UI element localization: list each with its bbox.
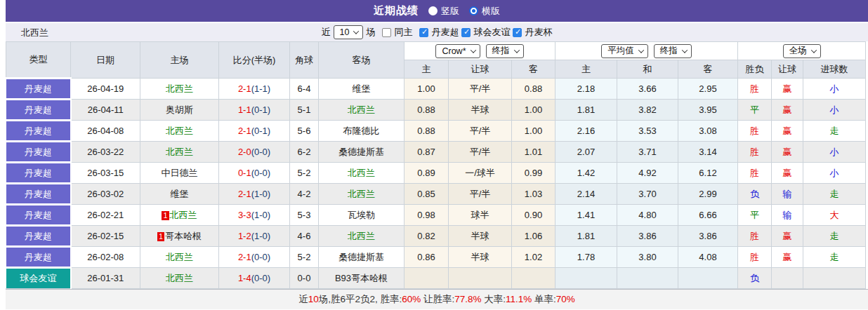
cell-competition: 丹麦超	[6, 226, 71, 247]
cell-eu-away-odds: 6.12	[678, 163, 738, 184]
filter-cup-checkbox[interactable]	[513, 28, 522, 37]
cell-goals-result: 走	[803, 226, 866, 247]
cell-goals-result: 走	[803, 184, 866, 205]
chevron-down-icon	[638, 47, 644, 53]
halftime-score: (1-0)	[251, 231, 270, 241]
cell-score: 1-2(1-0)	[219, 226, 290, 247]
cell-eu-draw-odds: 3.86	[617, 226, 678, 247]
table-row: 丹麦超26-02-151哥本哈根1-2(1-0)4-6北西兰0.82半球1.06…	[6, 226, 866, 247]
cell-eu-draw-odds: 3.80	[617, 247, 678, 268]
team-name-label: 北西兰	[21, 27, 48, 39]
halftime-score: (0-0)	[251, 147, 270, 157]
fulltime-score: 2-0	[238, 147, 251, 157]
cell-ah-home-odds: 0.98	[405, 205, 449, 226]
cell-ah-away-odds: 1.06	[512, 226, 555, 247]
halftime-score: (0-0)	[251, 273, 270, 283]
cell-eu-away-odds: 3.14	[678, 142, 738, 163]
cell-score: 3-3(1-0)	[219, 205, 290, 226]
cell-result: 胜	[738, 121, 772, 142]
filter-cup-label: 丹麦杯	[525, 26, 552, 39]
chevron-down-icon	[470, 47, 475, 53]
radio-selected-icon[interactable]	[469, 6, 478, 15]
cell-score: 2-1(0-1)	[219, 121, 290, 142]
cell-goals-result: 走	[803, 247, 866, 268]
col-header-ah-line: 让球	[449, 60, 512, 79]
layout-radio-vertical[interactable]: 竖版	[428, 5, 459, 18]
cell-away-team: 北西兰	[319, 226, 405, 247]
cell-eu-draw-odds: 3.71	[617, 142, 678, 163]
cell-result: 胜	[738, 79, 772, 100]
layout-radio-horizontal[interactable]: 横版	[469, 5, 500, 18]
cell-home-team: 1哥本哈根	[140, 226, 219, 247]
cell-ah-away-odds: 1.00	[512, 100, 555, 121]
results-table: 类型 日期 主场 比分(半场) 角球 客场 Crow* 终指 平均值 终指	[6, 41, 866, 289]
cell-ah-home-odds: 1.00	[405, 79, 449, 100]
filter-league-label: 丹麦超	[431, 26, 459, 39]
radio-vertical-label: 竖版	[441, 5, 459, 18]
table-row: 丹麦超26-02-08北西兰2-1(0-0)5-2桑德捷斯基0.86半球1.02…	[6, 247, 866, 268]
cell-goals-result: 走	[803, 121, 866, 142]
filter-league-checkbox[interactable]	[419, 28, 428, 37]
away-team-name: 北西兰	[348, 189, 375, 199]
recent-results-panel: 近期战绩 竖版 横版 北西兰 近 10 场 同主 丹麦超 球会友谊 丹麦杯	[6, 0, 868, 309]
cell-competition: 丹麦超	[6, 184, 71, 205]
radio-horizontal-label: 横版	[482, 5, 500, 18]
summary-text: 近10场,胜6平2负2, 胜率:60% 让胜率:77.8% 大率:11.1% 单…	[298, 293, 575, 306]
cell-result: 平	[738, 100, 772, 121]
cell-ah-line: 半球	[449, 247, 512, 268]
cell-home-team: 奥胡斯	[140, 100, 219, 121]
cell-away-team: 桑德捷斯基	[319, 142, 405, 163]
cell-result: 胜	[738, 142, 772, 163]
cell-home-team: 北西兰	[140, 121, 219, 142]
cell-away-team: 桑德捷斯基	[319, 247, 405, 268]
cell-ah-away-odds: 0.88	[512, 79, 555, 100]
handicap-time-select[interactable]: 终指	[486, 44, 524, 58]
cell-ah-line: 半球	[449, 226, 512, 247]
filter-friendly-checkbox[interactable]	[461, 28, 471, 37]
cell-date: 26-01-31	[71, 268, 140, 289]
cell-eu-away-odds: 2.99	[678, 184, 738, 205]
cell-date: 26-03-22	[71, 142, 140, 163]
cell-away-team: B93哥本哈根	[319, 268, 405, 289]
scope-select[interactable]: 全场	[783, 44, 821, 58]
cell-ah-line: 一/球半	[449, 163, 512, 184]
table-row: 丹麦超26-04-11奥胡斯1-1(0-1)5-1北西兰0.88半球1.001.…	[6, 100, 866, 121]
fulltime-score: 1-2	[238, 231, 251, 241]
same-home-checkbox[interactable]	[382, 28, 391, 37]
cell-ah-away-odds: 1.00	[512, 121, 555, 142]
cell-score: 1-4(0-0)	[219, 268, 290, 289]
cell-ah-line: 球半	[449, 205, 512, 226]
cell-eu-draw-odds: 4.80	[617, 205, 678, 226]
europe-source-select[interactable]: 平均值	[601, 44, 648, 58]
cell-ah-home-odds: 0.87	[405, 142, 449, 163]
home-team-name: 北西兰	[166, 147, 193, 157]
col-header-eu-away: 客	[678, 60, 738, 79]
cell-goals-result: 小	[803, 100, 866, 121]
europe-time-select[interactable]: 终指	[654, 44, 692, 58]
cell-away-team: 北西兰	[319, 163, 405, 184]
cell-home-team: 1北西兰	[140, 205, 219, 226]
cell-score: 2-0(0-0)	[219, 142, 290, 163]
cell-goals-result: 小	[803, 163, 866, 184]
col-header-ah-away: 客	[512, 60, 555, 79]
home-team-name: 北西兰	[166, 252, 193, 262]
radio-unselected-icon[interactable]	[428, 6, 438, 15]
recent-count-select[interactable]: 10	[334, 25, 364, 39]
cell-ah-home-odds: 0.88	[405, 121, 449, 142]
cell-eu-away-odds: 2.95	[678, 79, 738, 100]
cell-ah-away-odds: 0.90	[512, 205, 555, 226]
cell-home-team: 北西兰	[140, 79, 219, 100]
cell-home-team: 北西兰	[140, 268, 219, 289]
cell-eu-draw-odds: 3.70	[617, 184, 678, 205]
filter-friendly-label: 球会友谊	[473, 26, 510, 39]
cell-competition: 丹麦超	[6, 163, 71, 184]
cell-ah-line: 平/半	[449, 121, 512, 142]
handicap-source-select[interactable]: Crow*	[435, 44, 480, 58]
col-header-eu-draw: 和	[617, 60, 678, 79]
summary-label: 场,胜6平2负2, 胜率:	[319, 294, 402, 304]
cell-away-team: 瓦埃勒	[319, 205, 405, 226]
summary-label: 让胜率:	[421, 294, 454, 304]
cell-handicap-result: 赢	[772, 247, 803, 268]
cell-date: 26-04-19	[71, 79, 140, 100]
home-team-name: 中日德兰	[162, 168, 198, 178]
